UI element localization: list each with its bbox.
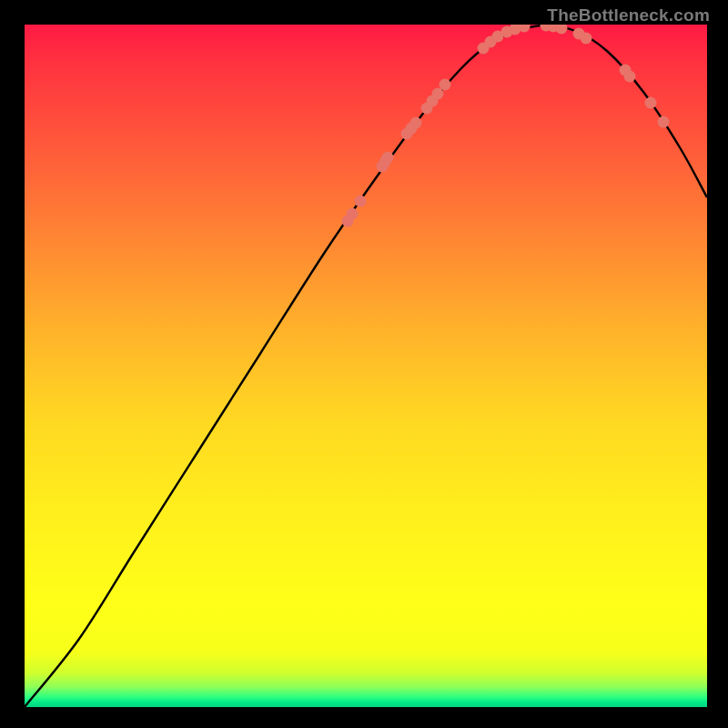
chart-background-gradient (25, 25, 707, 707)
watermark-text: TheBottleneck.com (547, 5, 710, 25)
bottleneck-chart (25, 25, 707, 707)
